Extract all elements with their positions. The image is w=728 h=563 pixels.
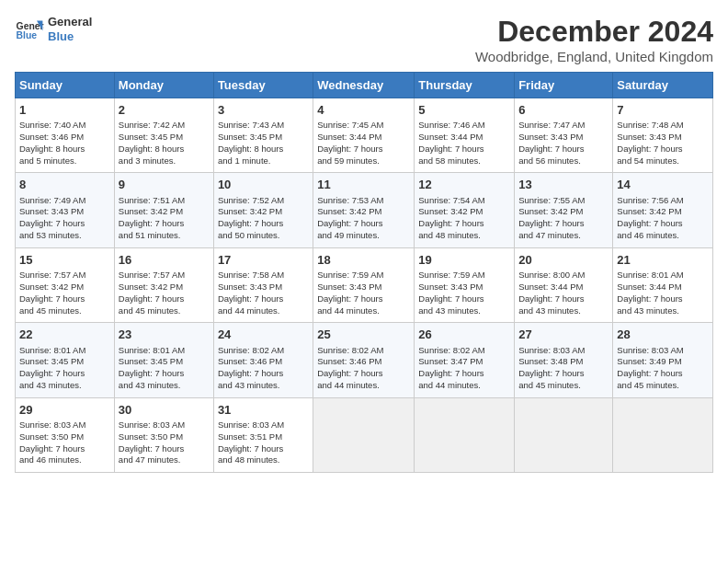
day-details: Sunrise: 7:52 AMSunset: 3:42 PMDaylight:… [218,195,309,242]
calendar-cell: 29Sunrise: 8:03 AMSunset: 3:50 PMDayligh… [16,397,115,472]
day-details: Sunrise: 8:02 AMSunset: 3:46 PMDaylight:… [218,345,309,392]
day-number: 15 [19,252,110,269]
day-number: 2 [119,102,210,119]
day-number: 5 [418,102,510,119]
day-details: Sunrise: 8:03 AMSunset: 3:49 PMDaylight:… [617,345,709,392]
col-header-wednesday: Wednesday [313,73,415,98]
calendar-week-2: 8Sunrise: 7:49 AMSunset: 3:43 PMDaylight… [16,173,713,247]
day-details: Sunrise: 7:55 AMSunset: 3:42 PMDaylight:… [518,195,609,242]
day-number: 16 [119,252,210,269]
day-details: Sunrise: 8:02 AMSunset: 3:46 PMDaylight:… [317,345,410,392]
day-number: 7 [617,102,709,119]
day-number: 30 [119,402,210,419]
day-number: 27 [518,327,609,343]
calendar-cell [515,397,613,472]
day-details: Sunrise: 7:42 AMSunset: 3:45 PMDaylight:… [119,120,210,167]
day-number: 4 [317,102,410,119]
day-number: 13 [518,177,609,193]
col-header-sunday: Sunday [16,73,115,98]
day-number: 8 [19,177,110,193]
calendar-cell: 5Sunrise: 7:46 AMSunset: 3:44 PMDaylight… [415,98,515,173]
day-details: Sunrise: 7:54 AMSunset: 3:42 PMDaylight:… [418,195,510,242]
col-header-friday: Friday [515,73,613,98]
day-details: Sunrise: 8:01 AMSunset: 3:45 PMDaylight:… [19,345,110,392]
calendar-week-5: 29Sunrise: 8:03 AMSunset: 3:50 PMDayligh… [16,397,713,472]
day-number: 31 [218,402,309,419]
calendar-cell: 16Sunrise: 7:57 AMSunset: 3:42 PMDayligh… [114,247,213,322]
calendar-cell: 28Sunrise: 8:03 AMSunset: 3:49 PMDayligh… [613,323,713,397]
calendar-week-4: 22Sunrise: 8:01 AMSunset: 3:45 PMDayligh… [16,323,713,397]
day-number: 6 [518,102,609,119]
title-block: December 2024 Woodbridge, England, Unite… [475,15,713,64]
col-header-monday: Monday [114,73,213,98]
logo: General Blue General Blue [15,15,92,44]
day-details: Sunrise: 8:01 AMSunset: 3:44 PMDaylight:… [617,270,709,316]
calendar-week-1: 1Sunrise: 7:40 AMSunset: 3:46 PMDaylight… [16,98,713,173]
day-number: 21 [617,252,709,269]
day-number: 11 [317,177,410,193]
day-number: 25 [317,327,410,343]
day-details: Sunrise: 7:40 AMSunset: 3:46 PMDaylight:… [19,120,110,167]
day-number: 14 [617,177,709,193]
day-number: 17 [218,252,309,269]
calendar-cell: 6Sunrise: 7:47 AMSunset: 3:43 PMDaylight… [515,98,613,173]
day-details: Sunrise: 7:47 AMSunset: 3:43 PMDaylight:… [518,120,609,167]
day-number: 10 [218,177,309,193]
calendar-cell: 13Sunrise: 7:55 AMSunset: 3:42 PMDayligh… [515,173,613,247]
calendar-cell: 21Sunrise: 8:01 AMSunset: 3:44 PMDayligh… [613,247,713,322]
calendar-cell: 14Sunrise: 7:56 AMSunset: 3:42 PMDayligh… [613,173,713,247]
calendar-cell: 12Sunrise: 7:54 AMSunset: 3:42 PMDayligh… [415,173,515,247]
calendar-cell: 8Sunrise: 7:49 AMSunset: 3:43 PMDaylight… [16,173,115,247]
calendar-cell: 3Sunrise: 7:43 AMSunset: 3:45 PMDaylight… [213,98,313,173]
day-number: 20 [518,252,609,269]
day-number: 19 [418,252,510,269]
logo-icon: General Blue [15,15,44,44]
logo-text-blue: Blue [48,29,92,44]
calendar-cell: 17Sunrise: 7:58 AMSunset: 3:43 PMDayligh… [213,247,313,322]
day-details: Sunrise: 7:57 AMSunset: 3:42 PMDaylight:… [119,270,210,316]
calendar-cell: 11Sunrise: 7:53 AMSunset: 3:42 PMDayligh… [313,173,415,247]
col-header-tuesday: Tuesday [213,73,313,98]
calendar-cell [313,397,415,472]
calendar-cell: 27Sunrise: 8:03 AMSunset: 3:48 PMDayligh… [515,323,613,397]
col-header-thursday: Thursday [415,73,515,98]
calendar-cell [415,397,515,472]
day-details: Sunrise: 8:01 AMSunset: 3:45 PMDaylight:… [119,345,210,392]
day-number: 24 [218,327,309,343]
calendar-cell: 25Sunrise: 8:02 AMSunset: 3:46 PMDayligh… [313,323,415,397]
day-details: Sunrise: 7:51 AMSunset: 3:42 PMDaylight:… [119,195,210,242]
calendar-cell: 23Sunrise: 8:01 AMSunset: 3:45 PMDayligh… [114,323,213,397]
day-number: 28 [617,327,709,343]
calendar-cell: 24Sunrise: 8:02 AMSunset: 3:46 PMDayligh… [213,323,313,397]
day-details: Sunrise: 7:45 AMSunset: 3:44 PMDaylight:… [317,120,410,167]
calendar-cell [613,397,713,472]
day-details: Sunrise: 8:03 AMSunset: 3:51 PMDaylight:… [218,419,309,466]
calendar-cell: 19Sunrise: 7:59 AMSunset: 3:43 PMDayligh… [415,247,515,322]
calendar-cell: 9Sunrise: 7:51 AMSunset: 3:42 PMDaylight… [114,173,213,247]
day-number: 3 [218,102,309,119]
day-details: Sunrise: 8:00 AMSunset: 3:44 PMDaylight:… [518,270,609,316]
day-details: Sunrise: 7:48 AMSunset: 3:43 PMDaylight:… [617,120,709,167]
day-details: Sunrise: 8:02 AMSunset: 3:47 PMDaylight:… [418,345,510,392]
day-details: Sunrise: 8:03 AMSunset: 3:50 PMDaylight:… [19,419,110,466]
calendar-cell: 2Sunrise: 7:42 AMSunset: 3:45 PMDaylight… [114,98,213,173]
day-number: 29 [19,402,110,419]
day-details: Sunrise: 7:49 AMSunset: 3:43 PMDaylight:… [19,195,110,242]
day-details: Sunrise: 7:53 AMSunset: 3:42 PMDaylight:… [317,195,410,242]
page-header: General Blue General Blue December 2024 … [15,15,713,64]
day-details: Sunrise: 7:57 AMSunset: 3:42 PMDaylight:… [19,270,110,316]
calendar-cell: 31Sunrise: 8:03 AMSunset: 3:51 PMDayligh… [213,397,313,472]
day-number: 18 [317,252,410,269]
day-details: Sunrise: 7:56 AMSunset: 3:42 PMDaylight:… [617,195,709,242]
day-number: 12 [418,177,510,193]
day-details: Sunrise: 7:59 AMSunset: 3:43 PMDaylight:… [418,270,510,316]
calendar-cell: 10Sunrise: 7:52 AMSunset: 3:42 PMDayligh… [213,173,313,247]
location-subtitle: Woodbridge, England, United Kingdom [475,49,713,64]
day-details: Sunrise: 7:58 AMSunset: 3:43 PMDaylight:… [218,270,309,316]
day-number: 9 [119,177,210,193]
calendar-cell: 7Sunrise: 7:48 AMSunset: 3:43 PMDaylight… [613,98,713,173]
col-header-saturday: Saturday [613,73,713,98]
day-number: 26 [418,327,510,343]
calendar-cell: 22Sunrise: 8:01 AMSunset: 3:45 PMDayligh… [16,323,115,397]
day-number: 22 [19,327,110,343]
